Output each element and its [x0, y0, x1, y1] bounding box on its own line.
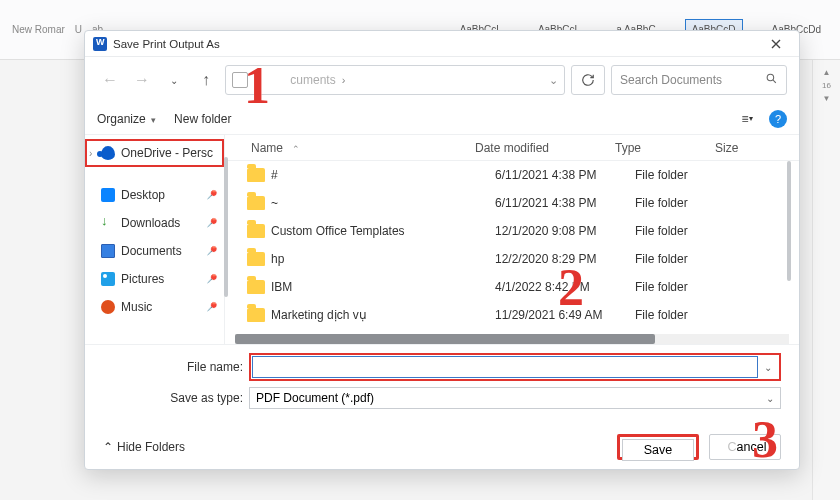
pin-icon: 📍	[201, 213, 220, 232]
nav-back[interactable]: ←	[97, 67, 123, 93]
close-button[interactable]	[761, 33, 791, 55]
sidebar-item-label: Documents	[121, 244, 182, 258]
save-button[interactable]: Save	[622, 439, 694, 461]
search-placeholder: Search Documents	[620, 73, 722, 87]
list-scrollbar[interactable]	[787, 161, 791, 281]
file-name-highlight: ⌄	[249, 353, 781, 381]
dialog-title: Save Print Output As	[113, 38, 220, 50]
row-type: File folder	[635, 252, 735, 266]
documents-icon	[101, 244, 115, 258]
sidebar-music[interactable]: Music📍	[85, 293, 224, 321]
horizontal-scrollbar[interactable]	[235, 334, 789, 344]
new-folder-button[interactable]: New folder	[174, 112, 231, 126]
row-name: IBM	[271, 280, 495, 294]
sidebar-onedrive[interactable]: › OneDrive - Persc	[85, 139, 224, 167]
folder-row[interactable]: Custom Office Templates12/1/2020 9:08 PM…	[225, 217, 799, 245]
file-name-input[interactable]	[252, 356, 758, 378]
nav-forward[interactable]: →	[129, 67, 155, 93]
save-fields: File name: ⌄ Save as type: PDF Document …	[85, 344, 799, 425]
file-list: Name Date modified Type Size #6/11/2021 …	[225, 135, 799, 344]
nav-up[interactable]: ↑	[193, 67, 219, 93]
nav-recent[interactable]: ⌄	[161, 67, 187, 93]
sidebar-item-label: Downloads	[121, 216, 180, 230]
sidebar: › OneDrive - Persc Desktop📍 Downloads📍 D…	[85, 135, 225, 344]
save-type-value: PDF Document (*.pdf)	[256, 391, 374, 405]
nav-bar: ← → ⌄ ↑ › cuments › ⌄ Search Documents	[85, 57, 799, 103]
column-headers[interactable]: Name Date modified Type Size	[225, 135, 799, 161]
folder-icon	[247, 196, 265, 210]
folder-icon	[247, 168, 265, 182]
row-date: 12/1/2020 9:08 PM	[495, 224, 635, 238]
file-list-body[interactable]: #6/11/2021 4:38 PMFile folder~6/11/2021 …	[225, 161, 799, 334]
file-name-label: File name:	[165, 360, 243, 374]
sidebar-item-label: OneDrive - Persc	[121, 146, 213, 160]
svg-point-0	[767, 74, 774, 81]
folder-row[interactable]: ~6/11/2021 4:38 PMFile folder	[225, 189, 799, 217]
row-date: 6/11/2021 4:38 PM	[495, 168, 635, 182]
word-right-ruler: ▲16▼	[812, 60, 840, 500]
breadcrumb-part-hidden: cuments	[264, 73, 336, 87]
folder-icon	[247, 280, 265, 294]
column-size[interactable]: Size	[715, 141, 799, 155]
chevron-right-icon: ›	[342, 74, 346, 86]
row-date: 6/11/2021 4:38 PM	[495, 196, 635, 210]
hide-folders-toggle[interactable]: ⌃ Hide Folders	[103, 440, 185, 454]
pin-icon: 📍	[201, 241, 220, 260]
annotation-2: 2	[558, 258, 584, 317]
view-options[interactable]: ≡ ▾	[735, 108, 759, 130]
row-type: File folder	[635, 308, 735, 322]
sidebar-pictures[interactable]: Pictures📍	[85, 265, 224, 293]
save-type-combo[interactable]: PDF Document (*.pdf) ⌄	[249, 387, 781, 409]
row-name: hp	[271, 252, 495, 266]
chevron-down-icon[interactable]: ⌄	[758, 362, 778, 373]
chevron-up-icon: ⌃	[103, 440, 113, 454]
annotation-3: 3	[752, 410, 778, 469]
sidebar-downloads[interactable]: Downloads📍	[85, 209, 224, 237]
address-bar[interactable]: › cuments › ⌄	[225, 65, 565, 95]
search-input[interactable]: Search Documents	[611, 65, 787, 95]
search-icon	[765, 72, 778, 88]
pin-icon: 📍	[201, 297, 220, 316]
sidebar-documents[interactable]: Documents📍	[85, 237, 224, 265]
folder-icon	[247, 308, 265, 322]
sidebar-scrollbar[interactable]	[224, 157, 228, 297]
folder-row[interactable]: hp12/2/2020 8:29 PMFile folder	[225, 245, 799, 273]
cloud-icon	[101, 146, 115, 160]
download-icon	[101, 216, 115, 230]
chevron-down-icon: ⌄	[766, 393, 774, 404]
desktop-icon	[101, 188, 115, 202]
folder-row[interactable]: #6/11/2021 4:38 PMFile folder	[225, 161, 799, 189]
word-icon	[93, 37, 107, 51]
row-type: File folder	[635, 196, 735, 210]
sidebar-item-label: Pictures	[121, 272, 164, 286]
column-name[interactable]: Name	[225, 141, 475, 155]
chevron-down-icon[interactable]: ⌄	[549, 74, 558, 87]
folder-icon	[247, 252, 265, 266]
dialog-footer: ⌃ Hide Folders Save Cancel	[85, 425, 799, 469]
save-dialog: Save Print Output As ← → ⌄ ↑ › cuments ›…	[84, 30, 800, 470]
pin-icon: 📍	[201, 269, 220, 288]
dialog-titlebar: Save Print Output As	[85, 31, 799, 57]
organize-menu[interactable]: Organize ▾	[97, 112, 156, 126]
row-name: #	[271, 168, 495, 182]
row-name: Marketing dịch vụ	[271, 308, 495, 322]
row-name: ~	[271, 196, 495, 210]
column-type[interactable]: Type	[615, 141, 715, 155]
column-date[interactable]: Date modified	[475, 141, 615, 155]
help-button[interactable]: ?	[769, 110, 787, 128]
folder-row[interactable]: IBM4/1/2022 8:42 PMFile folder	[225, 273, 799, 301]
save-type-label: Save as type:	[165, 391, 243, 405]
folder-row[interactable]: Marketing dịch vụ11/29/2021 6:49 AMFile …	[225, 301, 799, 329]
row-type: File folder	[635, 280, 735, 294]
music-icon	[101, 300, 115, 314]
refresh-button[interactable]	[571, 65, 605, 95]
pictures-icon	[101, 272, 115, 286]
pin-icon: 📍	[201, 185, 220, 204]
annotation-1: 1	[244, 56, 270, 115]
sidebar-desktop[interactable]: Desktop📍	[85, 181, 224, 209]
sidebar-item-label: Desktop	[121, 188, 165, 202]
dialog-toolbar: Organize ▾ New folder ≡ ▾ ?	[85, 103, 799, 135]
ribbon-font-name: New Romar	[12, 24, 65, 35]
chevron-right-icon: ›	[89, 148, 92, 159]
row-name: Custom Office Templates	[271, 224, 495, 238]
